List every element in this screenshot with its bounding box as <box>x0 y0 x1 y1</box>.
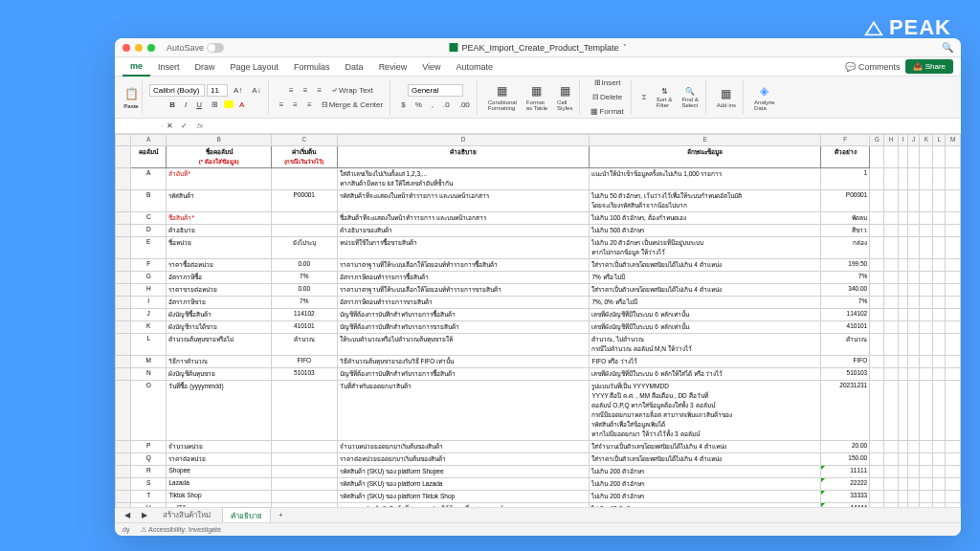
font-size-select[interactable]: 11 <box>207 84 228 97</box>
italic-button[interactable]: I <box>181 99 190 111</box>
column-header[interactable]: J <box>908 135 920 146</box>
table-row[interactable]: Qราคาต่อหน่วยราคาต่อหน่วยยอดยกมาเริ่มต้น… <box>116 453 961 466</box>
tab-page-layout[interactable]: Page Layout <box>223 58 287 76</box>
format-as-table-button[interactable]: ▦Format as Table <box>523 81 551 113</box>
addins-button[interactable]: ▦Add-ins <box>713 84 740 110</box>
worksheet[interactable]: ABCDEFGHIJKLM คอลัมน์ ชื่อคอลัมน์(* ต้อง… <box>115 134 961 507</box>
table-row[interactable]: Jผังบัญชีซื้อสินค้า114102บัญชีที่ต้องการ… <box>116 309 961 321</box>
border-icon[interactable]: ⊞ <box>208 99 222 111</box>
window-controls[interactable] <box>122 44 155 52</box>
fx-icon[interactable]: fx <box>191 121 209 130</box>
font-color-icon[interactable]: A <box>235 99 248 111</box>
autosum-icon[interactable]: Σ <box>638 91 651 103</box>
conditional-formatting-button[interactable]: ▦Conditional Formatting <box>484 81 521 113</box>
table-row[interactable]: Nผังบัญชีต้นทุนขาย510103บัญชีที่ต้องการบ… <box>116 368 961 381</box>
align-right-icon[interactable]: ≡ <box>303 99 316 111</box>
font-name-select[interactable]: Calibri (Body) <box>149 84 205 97</box>
number-group: General $ % , .0 .00 <box>394 79 478 115</box>
currency-icon[interactable]: $ <box>397 99 409 111</box>
column-header[interactable]: A <box>131 135 167 146</box>
table-row[interactable]: RShopeeรหัสสินค้า (SKU) ของ platform Sho… <box>116 466 961 478</box>
wrap-text-button[interactable]: ⤶ Wrap Text <box>327 84 377 97</box>
tab-home[interactable]: me <box>122 57 150 77</box>
sheet-nav-next-icon[interactable]: ▶ <box>138 509 151 521</box>
merge-center-button[interactable]: ⊟ Merge & Center <box>318 99 387 111</box>
autosave-toggle[interactable]: AutoSave <box>167 43 224 53</box>
tab-insert[interactable]: Insert <box>150 58 188 76</box>
decrease-font-icon[interactable]: A↓ <box>248 84 264 97</box>
column-header[interactable] <box>116 135 131 146</box>
tab-automate[interactable]: Automate <box>449 58 501 76</box>
tab-view[interactable]: View <box>414 58 448 76</box>
excel-icon <box>449 43 457 52</box>
table-row[interactable]: TTiktok Shopรหัสสินค้า (SKU) ของ platfor… <box>116 491 961 503</box>
table-row[interactable]: Fราคาซื้อต่อหน่วย0.00ราคามาตรฐานที่ให้ระ… <box>116 259 961 272</box>
name-box[interactable] <box>115 125 163 127</box>
cancel-icon[interactable]: ✕ <box>163 120 177 132</box>
decrease-decimal-icon[interactable]: .0 <box>439 99 454 111</box>
table-row[interactable]: SLazadaรหัสสินค้า (SKU) ของ platform Laz… <box>116 478 961 491</box>
column-header[interactable]: B <box>167 135 271 146</box>
underline-button[interactable]: U <box>192 99 206 111</box>
align-top-icon[interactable]: ≡ <box>285 84 298 97</box>
table-row[interactable]: Pจำนวนหน่วยจำนวนหน่วยยอดยกมาเริ่มต้นของส… <box>116 441 961 453</box>
accessibility-status[interactable]: ⚠ Accessibility: Investigate <box>141 526 220 534</box>
comma-icon[interactable]: , <box>428 99 437 111</box>
insert-cells-button[interactable]: ⊞ Insert <box>590 77 625 89</box>
column-header[interactable]: C <box>271 135 337 146</box>
table-row[interactable]: Oวันที่ซื้อ (yyyymmdd)วันที่สำหรับยอดยกม… <box>116 381 961 441</box>
align-left-icon[interactable]: ≡ <box>276 99 288 111</box>
column-header[interactable]: H <box>884 135 899 146</box>
cell-styles-button[interactable]: ▦Cell Styles <box>553 81 576 113</box>
sheet-tab-1[interactable]: สร้างสินค้าใหม่ <box>155 507 218 523</box>
tab-formulas[interactable]: Formulas <box>286 58 338 76</box>
percent-icon[interactable]: % <box>412 99 426 111</box>
sort-filter-button[interactable]: ⇅Sort & Filter <box>653 85 677 110</box>
column-header[interactable]: I <box>898 135 907 146</box>
table-row[interactable]: Cชื่อสินค้า*ชื่อสินค้าที่จะแสดงในหน้าทำร… <box>116 212 961 225</box>
column-header[interactable]: K <box>920 135 933 146</box>
analyze-data-button[interactable]: ◈Analyze Data <box>750 81 778 113</box>
table-row[interactable]: Lคำนวณต้นทุนขายหรือไม่คำนวณให้ระบบคำนวณห… <box>116 334 961 356</box>
table-row[interactable]: Dคำอธิบายคำอธิบายของสินค้าไม่เกิน 500 ตั… <box>116 225 961 237</box>
align-middle-icon[interactable]: ≡ <box>300 84 312 97</box>
column-header[interactable]: F <box>821 135 870 146</box>
share-button[interactable]: 📤 Share <box>905 59 953 74</box>
enter-icon[interactable]: ✓ <box>177 120 191 132</box>
column-header[interactable]: E <box>590 135 821 146</box>
format-cells-button[interactable]: ▦ Format <box>587 105 627 118</box>
column-header[interactable]: D <box>337 135 590 146</box>
align-bottom-icon[interactable]: ≡ <box>313 84 325 97</box>
paste-icon[interactable]: 📋 <box>123 86 139 101</box>
table-row[interactable]: Iอัตราภาษีขาย7%อัตราภาษีตอนทำรายการขายสิ… <box>116 297 961 309</box>
sheet-tab-2[interactable]: คำอธิบาย <box>222 507 271 524</box>
increase-decimal-icon[interactable]: .00 <box>456 99 474 111</box>
delete-cells-button[interactable]: ⊟ Delete <box>589 91 626 103</box>
add-sheet-button[interactable]: + <box>275 509 287 521</box>
column-header[interactable]: L <box>933 135 946 146</box>
align-center-icon[interactable]: ≡ <box>289 99 301 111</box>
column-header[interactable]: G <box>870 135 884 146</box>
tab-data[interactable]: Data <box>338 58 371 76</box>
search-icon[interactable]: 🔍 <box>942 42 953 53</box>
column-header[interactable]: M <box>946 135 961 146</box>
number-format-select[interactable]: General <box>408 84 463 97</box>
document-title[interactable]: PEAK_Import_Create_Product_Template˅ <box>449 43 626 53</box>
table-row[interactable]: Eชื่อหน่วยยังไม่ระบุหน่วยที่ใช้ในการซื้อ… <box>116 237 961 259</box>
increase-font-icon[interactable]: A↑ <box>230 84 246 97</box>
table-row[interactable]: Gอัตราภาษีซื้อ7%อัตราภาษีตอนทำรายการซื้อ… <box>116 272 961 284</box>
comments-button[interactable]: 💬 Comments <box>845 62 901 72</box>
table-row[interactable]: Aลำดับที่*ใส่ตัวเลขเรียงไปเริ่มตั้งแต่ 1… <box>116 168 961 190</box>
find-select-button[interactable]: 🔍Find & Select <box>678 85 702 110</box>
tab-draw[interactable]: Draw <box>188 58 223 76</box>
table-row[interactable]: Kผังบัญชีรายได้ขาย410101บัญชีที่ต้องการบ… <box>116 321 961 334</box>
table-row[interactable]: Hราคาขายต่อหน่วย0.00ราคามาตรฐานที่ให้ระบ… <box>116 284 961 297</box>
sheet-nav-prev-icon[interactable]: ◀ <box>121 509 134 521</box>
bold-button[interactable]: B <box>166 99 179 111</box>
table-row[interactable]: Bรหัสสินค้าP00001รหัสสินค้าที่จะแสดงในหน… <box>116 190 961 212</box>
table-row[interactable]: MวิธีการคำนวณFIFOวิธีคำนวณต้นทุนขายรองรั… <box>116 356 961 368</box>
fill-color-icon[interactable] <box>224 100 234 108</box>
tab-review[interactable]: Review <box>371 58 415 76</box>
analyze-group: ◈Analyze Data <box>747 79 781 115</box>
font-group: Calibri (Body) 11 A↑ A↓ B I U ⊞ A <box>146 79 269 115</box>
